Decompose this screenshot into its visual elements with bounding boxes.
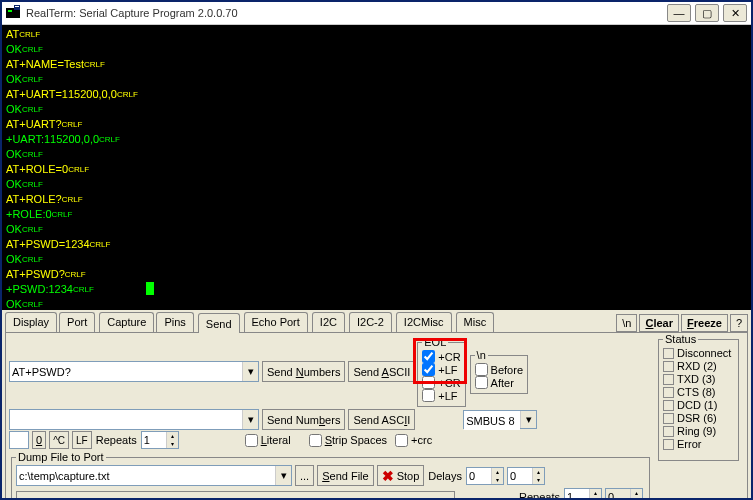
terminal-line: AT+UART=115200,0,0CRLF <box>6 87 747 102</box>
tab-i2c[interactable]: I2C <box>312 312 345 332</box>
close-button[interactable]: ✕ <box>723 4 747 22</box>
stop-button[interactable]: ✖ Stop <box>377 465 425 486</box>
terminal-line: OKCRLF <box>6 177 747 192</box>
tab-misc[interactable]: Misc <box>456 312 495 332</box>
dump-file-legend: Dump File to Port <box>16 451 106 463</box>
clear-button[interactable]: Clear <box>639 314 679 332</box>
tab-i2cmisc[interactable]: I2CMisc <box>396 312 452 332</box>
chevron-down-icon[interactable]: ▾ <box>242 362 258 381</box>
browse-button[interactable]: ... <box>295 465 314 486</box>
freeze-button[interactable]: Freeze <box>681 314 728 332</box>
terminal-line: OKCRLF <box>6 222 747 237</box>
eol-lf-checkbox[interactable]: +LF <box>422 363 460 376</box>
send-tab-panel: ▾ Send Numbers Send ASCII EOL +CR +LF +C… <box>5 332 748 500</box>
chevron-down-icon[interactable]: ▾ <box>242 410 258 429</box>
eol-lf2-checkbox[interactable]: +LF <box>422 389 460 402</box>
status-group: Status DisconnectRXD (2)TXD (3)CTS (8)DC… <box>656 333 741 461</box>
terminal-line: OKCRLF <box>6 72 747 87</box>
svg-rect-1 <box>8 10 12 12</box>
chevron-down-icon[interactable]: ▾ <box>520 411 536 428</box>
tab-send[interactable]: Send <box>198 313 240 333</box>
send-file-button[interactable]: Send File <box>317 465 373 486</box>
repeats-label: Repeats <box>96 434 137 446</box>
tab-port[interactable]: Port <box>59 312 95 332</box>
delay2-spinner[interactable]: ▴▾ <box>507 467 545 485</box>
strip-spaces-checkbox[interactable]: Strip Spaces <box>309 434 387 447</box>
eol-cr2-checkbox[interactable]: +CR <box>422 376 460 389</box>
tab-row: DisplayPortCapturePinsSendEcho PortI2CI2… <box>2 310 751 332</box>
eol-legend: EOL <box>422 336 448 348</box>
send-input-2-combo[interactable]: ▾ <box>9 409 259 430</box>
backslash-n-legend: \n <box>475 349 488 361</box>
maximize-button[interactable]: ▢ <box>695 4 719 22</box>
window-title: RealTerm: Serial Capture Program 2.0.0.7… <box>26 7 663 19</box>
before-checkbox[interactable]: Before <box>475 363 523 376</box>
dump-repeat1-spinner[interactable]: ▴▾ <box>564 488 602 500</box>
send-ascii-2-button[interactable]: Send ASCII <box>348 409 415 430</box>
status-led-txd-3-: TXD (3) <box>663 373 734 385</box>
status-legend: Status <box>663 333 698 345</box>
status-led-disconnect: Disconnect <box>663 347 734 359</box>
terminal-line: OKCRLF <box>6 147 747 162</box>
status-led-rxd-2-: RXD (2) <box>663 360 734 372</box>
dump-file-group: Dump File to Port ▾ ... Send File ✖ Stop… <box>11 451 650 500</box>
svg-rect-3 <box>15 6 19 7</box>
dump-path-input[interactable] <box>17 466 275 485</box>
status-led-ring-9-: Ring (9) <box>663 425 734 437</box>
terminal-line: AT+ROLE=0CRLF <box>6 162 747 177</box>
send-numbers-1-button[interactable]: Send Numbers <box>262 361 345 382</box>
terminal-line: OKCRLF <box>6 297 747 310</box>
terminal-line: OKCRLF <box>6 102 747 117</box>
lf-button[interactable]: LF <box>72 431 92 449</box>
tab-echo-port[interactable]: Echo Port <box>244 312 308 332</box>
delay1-spinner[interactable]: ▴▾ <box>466 467 504 485</box>
send-input-1-combo[interactable]: ▾ <box>9 361 259 382</box>
repeats-spinner[interactable]: ▴▾ <box>141 431 179 449</box>
tab-i2c-2[interactable]: I2C-2 <box>349 312 392 332</box>
tab-capture[interactable]: Capture <box>99 312 154 332</box>
delays-label: Delays <box>428 470 462 482</box>
char-preview <box>9 431 29 449</box>
terminal-output: ATCRLFOKCRLFAT+NAME=TestCRLFOKCRLFAT+UAR… <box>2 25 751 310</box>
terminal-line: AT+UART?CRLF <box>6 117 747 132</box>
minimize-button[interactable]: — <box>667 4 691 22</box>
help-button[interactable]: ? <box>730 314 748 332</box>
crc-checkbox[interactable]: +crc <box>395 434 432 447</box>
terminal-line: AT+PSWD=1234CRLF <box>6 237 747 252</box>
status-led-cts-8-: CTS (8) <box>663 386 734 398</box>
app-icon <box>6 5 22 21</box>
x-icon: ✖ <box>382 468 394 484</box>
zero-button[interactable]: 0 <box>32 431 46 449</box>
terminal-line: +ROLE:0CRLF <box>6 207 747 222</box>
status-led-dcd-1-: DCD (1) <box>663 399 734 411</box>
terminal-line: AT+PSWD?CRLF <box>6 267 747 282</box>
titlebar: RealTerm: Serial Capture Program 2.0.0.7… <box>2 2 751 25</box>
tab-display[interactable]: Display <box>5 312 57 332</box>
dump-repeat2-spinner: ▴▾ <box>605 488 643 500</box>
terminal-line: ATCRLF <box>6 27 747 42</box>
terminal-line: +PSWD:1234CRLF <box>6 282 747 297</box>
terminal-line: AT+NAME=TestCRLF <box>6 57 747 72</box>
terminal-line: +UART:115200,0,0CRLF <box>6 132 747 147</box>
status-led-dsr-6-: DSR (6) <box>663 412 734 424</box>
terminal-line: OKCRLF <box>6 252 747 267</box>
eol-cr-checkbox[interactable]: +CR <box>422 350 460 363</box>
send-ascii-1-button[interactable]: Send ASCII <box>348 361 415 382</box>
terminal-line: AT+ROLE?CRLF <box>6 192 747 207</box>
progress-bar <box>16 491 455 500</box>
status-led-error: Error <box>663 438 734 450</box>
ctrl-c-button[interactable]: ^C <box>49 431 69 449</box>
send-numbers-2-button[interactable]: Send Numbers <box>262 409 345 430</box>
send-input-1[interactable] <box>10 362 242 381</box>
dump-path-combo[interactable]: ▾ <box>16 465 292 486</box>
tab-pins[interactable]: Pins <box>156 312 193 332</box>
newline-button[interactable]: \n <box>616 314 637 332</box>
svg-rect-2 <box>14 5 20 10</box>
literal-checkbox[interactable]: Literal <box>245 434 291 447</box>
send-input-2[interactable] <box>10 410 242 429</box>
terminal-line: OKCRLF <box>6 42 747 57</box>
dump-repeats-label: Repeats <box>519 491 560 500</box>
smbus-combo[interactable]: ▾ <box>463 410 537 429</box>
after-checkbox[interactable]: After <box>475 376 523 389</box>
chevron-down-icon[interactable]: ▾ <box>275 466 291 485</box>
